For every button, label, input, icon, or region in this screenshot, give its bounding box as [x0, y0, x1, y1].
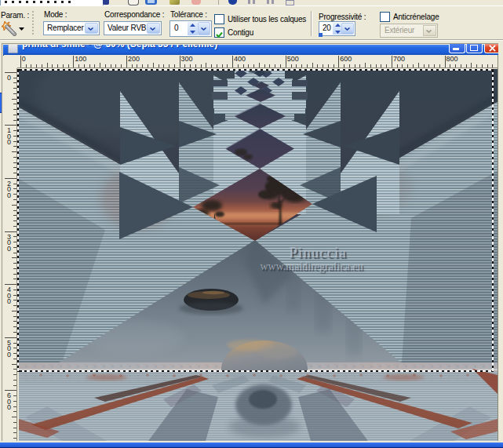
- svg-text:www.maidiregrafica.eu: www.maidiregrafica.eu: [260, 260, 363, 272]
- svg-text:Pinuccia: Pinuccia: [289, 244, 346, 260]
